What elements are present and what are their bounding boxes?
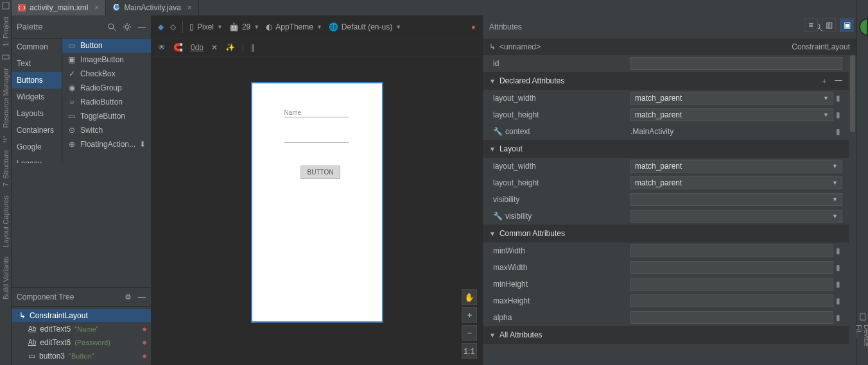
gear-icon[interactable]: ⚙: [125, 293, 132, 301]
api-dropdown[interactable]: 🤖 29 ▼: [229, 22, 259, 31]
attr-input[interactable]: [630, 244, 833, 257]
tab-mainactivity-java[interactable]: C MainActivity.java ×: [106, 0, 199, 15]
tree-row-edittext6[interactable]: Ab editText6 (Password) ●: [12, 335, 151, 349]
attr-combo[interactable]: match_parent▼: [630, 176, 842, 189]
category-widgets[interactable]: Widgets: [12, 89, 62, 105]
svg-rect-2: [860, 314, 865, 320]
project-tab-icon[interactable]: [1, 1, 10, 10]
eye-icon[interactable]: 👁: [158, 43, 166, 52]
category-text[interactable]: Text: [12, 55, 62, 72]
attr-value-context[interactable]: .MainActivity: [630, 127, 673, 136]
preview-button3[interactable]: BUTTON: [300, 166, 341, 179]
attr-combo-layout-width[interactable]: match_parent▼: [630, 92, 833, 105]
infer-constraints-icon[interactable]: ✨: [225, 43, 235, 52]
flag-icon[interactable]: ▮: [833, 127, 842, 136]
rail-tab-build-variants[interactable]: Build Variants: [2, 254, 10, 302]
palette-item-switch[interactable]: ⊙Switch: [62, 123, 151, 137]
category-legacy[interactable]: Legacy: [12, 155, 62, 163]
flag-icon[interactable]: ▮: [833, 296, 842, 305]
preview-edittext5[interactable]: [284, 117, 349, 117]
close-icon[interactable]: ×: [187, 3, 192, 12]
flag-icon[interactable]: ▮: [833, 94, 842, 103]
palette-item-togglebutton[interactable]: ▭ToggleButton: [62, 109, 151, 123]
minimize-icon[interactable]: —: [138, 22, 146, 31]
guidelines-icon[interactable]: ‖: [251, 43, 255, 52]
device-dropdown[interactable]: ▯ Pixel ▼: [189, 22, 223, 31]
flag-icon[interactable]: ▮: [833, 280, 842, 289]
close-icon[interactable]: ×: [94, 3, 99, 12]
zoom-out-button[interactable]: －: [462, 325, 477, 341]
tree-row-edittext5[interactable]: Ab editText5 "Name" ●: [12, 322, 151, 335]
attr-input-id[interactable]: [630, 57, 842, 70]
clear-constraints-icon[interactable]: ✕: [211, 43, 218, 52]
flag-icon[interactable]: ▮: [833, 313, 842, 322]
category-common[interactable]: Common: [12, 38, 62, 55]
section-declared[interactable]: ▼ Declared Attributes ＋—: [483, 72, 849, 90]
error-icon[interactable]: ●: [142, 324, 147, 334]
flag-icon[interactable]: ▮: [833, 110, 842, 119]
attr-input[interactable]: [630, 311, 833, 324]
palette-item-radiobutton[interactable]: ○RadioButton: [62, 95, 151, 109]
palette-item-button[interactable]: ▭Button: [62, 38, 151, 53]
section-layout[interactable]: ▼ Layout: [483, 140, 849, 158]
error-icon[interactable]: ●: [142, 337, 147, 347]
view-mode-split[interactable]: ▥: [822, 18, 836, 32]
section-common[interactable]: ▼ Common Attributes: [483, 225, 849, 242]
magnet-icon[interactable]: 🧲: [173, 43, 183, 52]
download-icon[interactable]: ⬇: [139, 140, 146, 149]
default-margin-dropdown[interactable]: 0dp: [191, 43, 204, 52]
gear-icon[interactable]: [123, 22, 132, 31]
error-icon[interactable]: ●: [142, 351, 147, 361]
category-buttons[interactable]: Buttons: [12, 72, 62, 89]
locale-dropdown[interactable]: 🌐 Default (en-us) ▼: [329, 22, 401, 31]
pan-button[interactable]: ✋: [462, 289, 477, 305]
attributes-body[interactable]: id ▼ Declared Attributes ＋— layout_width…: [483, 55, 849, 365]
preview-edittext6[interactable]: [284, 142, 349, 143]
tree-row-button3[interactable]: ▭ button3 "Button" ●: [12, 349, 151, 362]
category-containers[interactable]: Containers: [12, 122, 62, 139]
attr-combo[interactable]: match_parent▼: [630, 160, 842, 173]
chevron-down-icon: ▼: [217, 24, 223, 30]
tree-row-constraintlayout[interactable]: ↳ ConstraintLayout: [12, 309, 151, 322]
design-canvas[interactable]: Name BUTTON: [152, 56, 482, 365]
category-google[interactable]: Google: [12, 139, 62, 155]
rail-tab-resource-manager[interactable]: Resource Manager: [2, 65, 10, 131]
palette-item-imagebutton[interactable]: ▣ImageButton: [62, 53, 151, 67]
attr-combo[interactable]: ▼: [630, 193, 842, 206]
add-attr-icon[interactable]: ＋: [820, 76, 828, 87]
view-mode-design[interactable]: ▣: [840, 18, 854, 32]
attr-input[interactable]: [630, 294, 833, 307]
rail-tab-layout-captures[interactable]: Layout Captures: [2, 193, 10, 250]
tab-activity-main-xml[interactable]: activity_main.xml ×: [12, 0, 106, 15]
zoom-in-button[interactable]: ＋: [462, 307, 477, 323]
device-preview[interactable]: Name BUTTON: [251, 82, 383, 323]
theme-dropdown[interactable]: ◐ AppTheme ▼: [266, 22, 322, 31]
flag-icon[interactable]: ▮: [833, 246, 842, 255]
rail-tab-device-file[interactable]: Device Fil...: [855, 321, 869, 365]
flag-icon[interactable]: ▮: [833, 263, 842, 272]
layers-icon[interactable]: ◆: [158, 22, 164, 31]
attr-combo-layout-height[interactable]: match_parent▼: [630, 108, 833, 121]
device-file-icon[interactable]: [859, 313, 867, 321]
rail-tab-project[interactable]: 1: Project: [2, 14, 10, 49]
attr-input[interactable]: [630, 261, 833, 274]
attr-combo[interactable]: ▼: [630, 210, 842, 223]
minimize-icon[interactable]: —: [138, 293, 146, 301]
remove-attr-icon[interactable]: —: [835, 76, 842, 87]
structure-icon[interactable]: [1, 135, 10, 144]
issues-icon[interactable]: ●: [471, 22, 476, 31]
attr-row: 🔧visibility ▼: [483, 208, 849, 225]
palette-item-fab[interactable]: ⊕FloatingAction...⬇: [62, 137, 151, 151]
category-layouts[interactable]: Layouts: [12, 105, 62, 122]
palette-item-radiogroup[interactable]: ◉RadioGroup: [62, 81, 151, 95]
palette-item-checkbox[interactable]: ✓CheckBox: [62, 67, 151, 81]
section-all[interactable]: ▼ All Attributes: [483, 326, 849, 344]
search-icon[interactable]: [107, 22, 116, 31]
zoom-fit-button[interactable]: 1:1: [462, 343, 477, 359]
resource-manager-icon[interactable]: [1, 53, 10, 62]
view-options-icon[interactable]: ◇: [170, 22, 176, 31]
view-mode-code[interactable]: ≡: [804, 18, 818, 32]
rail-tab-structure[interactable]: 7: Structure: [2, 148, 10, 189]
scrollbar[interactable]: [850, 55, 855, 132]
attr-input[interactable]: [630, 278, 833, 291]
